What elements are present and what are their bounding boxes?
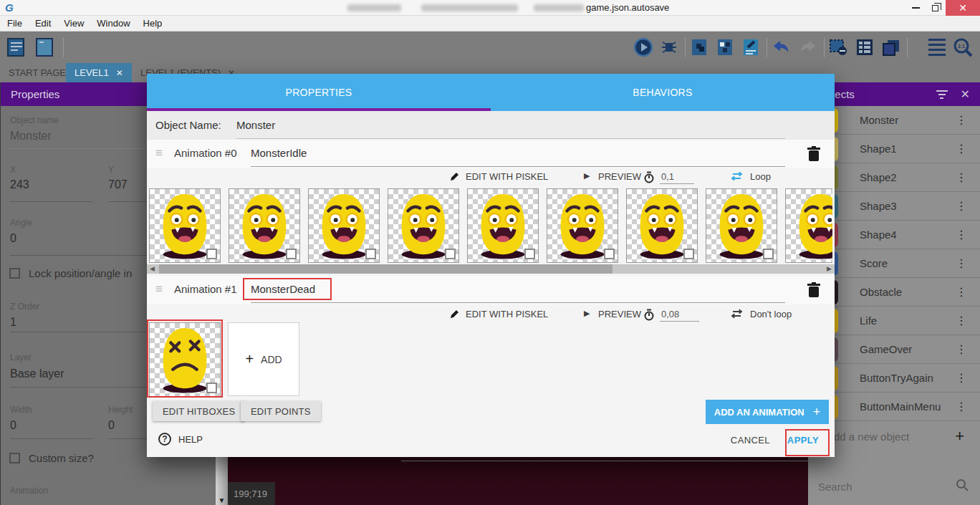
close-button[interactable]: ✕ [946, 0, 980, 16]
lock-position-checkbox[interactable] [9, 268, 20, 279]
zoom-original-button[interactable]: 1:1 [953, 37, 973, 57]
time-between-frames-input[interactable]: 0,1 [660, 171, 694, 184]
animation-frame-thumbnail[interactable] [706, 188, 777, 263]
edit-points-button[interactable]: EDIT POINTS [241, 401, 321, 421]
menu-window[interactable]: Window [97, 18, 130, 29]
tab-behaviors[interactable]: BEHAVIORS [491, 74, 835, 111]
lock-position-row[interactable]: Lock position/angle in [9, 267, 132, 279]
tab-properties[interactable]: PROPERTIES [147, 74, 491, 111]
frame-select-checkbox[interactable] [604, 249, 615, 259]
object-menu-icon[interactable]: ⋮ [956, 228, 967, 241]
edit-with-piskel-button[interactable]: EDIT WITH PISKEL [466, 171, 548, 182]
time-between-frames-input[interactable]: 0,08 [660, 309, 699, 322]
scroll-left-icon[interactable]: ◀ [150, 264, 155, 274]
menu-edit[interactable]: Edit [35, 18, 51, 29]
animation-frame-thumbnail[interactable] [626, 188, 698, 263]
loop-toggle-button[interactable]: Loop [750, 171, 771, 182]
object-menu-icon[interactable]: ⋮ [956, 142, 967, 155]
frame-select-checkbox[interactable] [524, 249, 535, 259]
drag-handle-icon[interactable]: ≡ [155, 282, 163, 297]
frame-select-checkbox[interactable] [365, 249, 376, 259]
delete-animation-icon[interactable] [806, 145, 822, 163]
custom-size-checkbox[interactable] [9, 453, 20, 463]
open-object-groups-button[interactable] [715, 37, 735, 57]
animation-frame-thumbnail[interactable] [149, 322, 221, 397]
height-value[interactable]: 0 [108, 419, 115, 432]
object-menu-icon[interactable]: ⋮ [956, 285, 967, 299]
scroll-down-icon[interactable]: ▼ [216, 496, 228, 504]
project-manager-button[interactable] [6, 37, 26, 57]
debug-button[interactable] [659, 37, 679, 57]
animation-frame-thumbnail[interactable] [388, 188, 459, 263]
cancel-button[interactable]: CANCEL [731, 435, 770, 446]
apply-button[interactable]: APPLY [787, 435, 819, 446]
minimize-button[interactable] [905, 0, 926, 16]
width-value[interactable]: 0 [10, 419, 16, 432]
toggle-grid-button[interactable] [927, 37, 947, 57]
tab-level1[interactable]: LEVEL1✕ [66, 63, 132, 82]
help-button[interactable]: ? HELP [158, 433, 203, 446]
close-tab-icon[interactable]: ✕ [116, 68, 123, 78]
animation-frame-thumbnail[interactable] [229, 188, 300, 263]
tab-start-page[interactable]: START PAGE [0, 63, 75, 82]
start-page-button[interactable] [34, 37, 54, 57]
add-object-plus-icon[interactable]: + [955, 427, 964, 446]
delete-animation-icon[interactable] [806, 282, 822, 299]
frame-select-checkbox[interactable] [763, 249, 774, 259]
add-animation-button[interactable]: ADD AN ANIMATION+ [706, 400, 829, 424]
animation1-name-input[interactable]: MonsterDead [251, 283, 315, 295]
object-search-input[interactable] [818, 477, 947, 496]
undo-button[interactable] [771, 37, 791, 57]
menu-file[interactable]: File [7, 18, 22, 29]
object-menu-icon[interactable]: ⋮ [956, 314, 967, 327]
x-value[interactable]: 243 [10, 178, 29, 191]
instances-list-button[interactable] [855, 37, 875, 57]
custom-size-row[interactable]: Custom size? [9, 452, 94, 464]
edit-hitboxes-button[interactable]: EDIT HITBOXES [153, 401, 245, 421]
redo-button[interactable] [798, 37, 818, 57]
object-menu-icon[interactable]: ⋮ [956, 170, 967, 184]
preview-button[interactable]: PREVIEW [598, 309, 641, 319]
object-menu-icon[interactable]: ⋮ [956, 256, 967, 270]
edit-with-piskel-button[interactable]: EDIT WITH PISKEL [466, 309, 548, 319]
animation-frame-thumbnail[interactable] [547, 188, 618, 263]
close-panel-icon[interactable]: ✕ [961, 87, 970, 101]
scroll-right-icon[interactable]: ▶ [827, 264, 832, 274]
object-menu-icon[interactable]: ⋮ [956, 371, 967, 385]
object-menu-icon[interactable]: ⋮ [956, 199, 967, 213]
layers-button[interactable] [881, 37, 901, 57]
filter-icon[interactable] [936, 90, 948, 99]
add-frame-button[interactable]: + ADD [228, 322, 299, 396]
object-menu-icon[interactable]: ⋮ [956, 400, 967, 413]
properties-scrollbar[interactable]: ▼ [216, 457, 228, 505]
scrollbar-thumb[interactable] [159, 264, 612, 274]
animation0-name-input[interactable]: MonsterIdle [251, 147, 307, 159]
animation-frame-thumbnail[interactable] [467, 188, 539, 263]
y-value[interactable]: 707 [108, 178, 128, 191]
angle-value[interactable]: 0 [10, 232, 16, 245]
drag-handle-icon[interactable]: ≡ [155, 146, 163, 160]
open-properties-button[interactable] [741, 37, 761, 57]
object-menu-icon[interactable]: ⋮ [956, 113, 967, 127]
animation-frame-thumbnail[interactable] [149, 188, 221, 263]
object-name-input[interactable]: Monster [236, 119, 275, 131]
object-menu-icon[interactable]: ⋮ [956, 342, 967, 356]
frame-select-checkbox[interactable] [206, 383, 217, 393]
open-objects-editor-button[interactable] [689, 37, 709, 57]
frame-select-checkbox[interactable] [683, 249, 694, 259]
frames-scrollbar[interactable]: ◀ ▶ [147, 264, 835, 274]
z-order-value[interactable]: 1 [10, 316, 16, 329]
menu-view[interactable]: View [64, 18, 84, 29]
frame-select-checkbox[interactable] [206, 249, 217, 259]
frame-select-checkbox[interactable] [445, 249, 456, 259]
frame-select-checkbox[interactable] [286, 249, 297, 259]
play-preview-button[interactable] [633, 37, 653, 57]
layer-value[interactable]: Base layer [10, 367, 64, 380]
loop-toggle-button[interactable]: Don't loop [750, 309, 792, 319]
delete-selection-button[interactable] [828, 37, 848, 57]
animation-frame-thumbnail[interactable] [308, 188, 380, 263]
restore-button[interactable] [924, 0, 946, 16]
preview-button[interactable]: PREVIEW [598, 171, 641, 182]
menu-help[interactable]: Help [143, 18, 163, 29]
animation-frame-thumbnail[interactable] [785, 188, 832, 263]
